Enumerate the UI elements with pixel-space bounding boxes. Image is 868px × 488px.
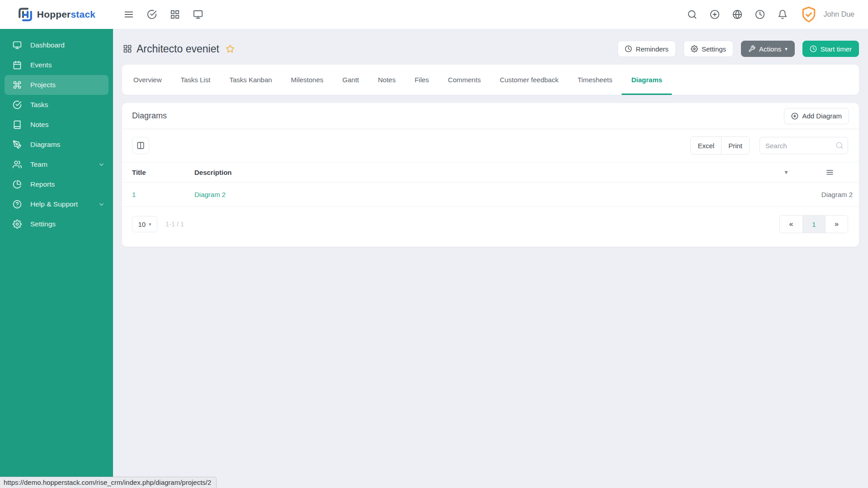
- globe-icon[interactable]: [732, 9, 742, 19]
- clock-icon: [625, 45, 632, 52]
- column-header-actions[interactable]: [800, 168, 859, 177]
- brand-logo[interactable]: Hopperstack: [0, 7, 113, 22]
- sidebar-item-label: Settings: [30, 220, 56, 228]
- column-header-title[interactable]: Title: [122, 169, 194, 176]
- sidebar-item-diagrams[interactable]: Diagrams: [0, 135, 113, 155]
- sidebar-item-label: Dashboard: [30, 41, 65, 49]
- sidebar-item-help-support[interactable]: Help & Support: [0, 194, 113, 214]
- cell-title: 1: [122, 191, 194, 198]
- toggle-columns-button[interactable]: [132, 137, 149, 154]
- chevron-down-icon: [98, 201, 105, 208]
- excel-export-button[interactable]: Excel: [691, 137, 721, 154]
- caret-down-icon: ▾: [149, 222, 151, 227]
- search-icon[interactable]: [687, 9, 697, 19]
- tab-notes[interactable]: Notes: [368, 65, 405, 95]
- export-button-group: Excel Print: [690, 136, 750, 155]
- sidebar-item-reports[interactable]: Reports: [0, 174, 113, 194]
- avatar[interactable]: [800, 6, 817, 23]
- diagrams-panel: Diagrams Add Diagram Excel Print: [122, 103, 859, 247]
- column-header-description[interactable]: Description ▾: [194, 169, 800, 176]
- sidebar-item-events[interactable]: Events: [0, 55, 113, 75]
- search-icon: [835, 141, 844, 150]
- tab-tasks-list[interactable]: Tasks List: [171, 65, 220, 95]
- panel-header: Diagrams Add Diagram: [122, 103, 859, 129]
- next-page-button[interactable]: »: [825, 216, 848, 233]
- sidebar-item-label: Help & Support: [30, 200, 78, 208]
- bell-icon[interactable]: [778, 9, 788, 19]
- sidebar-item-label: Projects: [30, 81, 56, 89]
- prev-page-button[interactable]: «: [780, 216, 802, 233]
- diagrams-table: Title Description ▾ 1 Diagram 2 Diagram …: [122, 162, 859, 207]
- plus-circle-icon: [791, 113, 798, 120]
- brand-name: Hopperstack: [37, 9, 95, 20]
- command-icon: [13, 80, 22, 89]
- sidebar-item-label: Team: [30, 160, 47, 169]
- link-preview-statusbar: https://demo.hopperstack.com/rise_crm/in…: [0, 477, 217, 488]
- reminders-button[interactable]: Reminders: [618, 41, 676, 57]
- pen-tool-icon: [13, 140, 22, 149]
- add-diagram-button[interactable]: Add Diagram: [784, 108, 849, 124]
- book-icon: [13, 120, 22, 129]
- users-icon: [13, 160, 22, 169]
- project-grid-icon: [123, 44, 132, 53]
- tab-diagrams[interactable]: Diagrams: [622, 65, 671, 95]
- sort-caret-icon[interactable]: ▾: [785, 169, 788, 175]
- tab-files[interactable]: Files: [405, 65, 439, 95]
- sidebar-item-label: Reports: [30, 180, 55, 188]
- sidebar-item-projects[interactable]: Projects: [5, 75, 108, 95]
- tab-gantt[interactable]: Gantt: [333, 65, 368, 95]
- pie-chart-icon: [13, 180, 22, 189]
- chevron-down-icon: [98, 161, 105, 168]
- hopperstack-logo-icon: [18, 7, 33, 22]
- grid-icon[interactable]: [170, 9, 180, 19]
- start-timer-button[interactable]: Start timer: [802, 41, 859, 57]
- actions-dropdown-button[interactable]: Actions ▾: [741, 41, 795, 57]
- sidebar-item-settings[interactable]: Settings: [0, 214, 113, 234]
- sidebar-item-team[interactable]: Team: [0, 155, 113, 174]
- search-input[interactable]: [760, 137, 848, 154]
- tab-overview[interactable]: Overview: [124, 65, 171, 95]
- calendar-icon: [13, 61, 22, 70]
- table-header-row: Title Description ▾: [122, 162, 859, 183]
- main-content: Architecto eveniet Reminders Settings Ac…: [113, 29, 868, 488]
- diagram-id-link[interactable]: 1: [132, 191, 136, 198]
- cell-description: Diagram 2: [194, 191, 800, 198]
- sidebar-item-tasks[interactable]: Tasks: [0, 95, 113, 115]
- sidebar-item-label: Events: [30, 61, 52, 69]
- check-circle-icon[interactable]: [147, 9, 157, 19]
- sidebar-item-label: Notes: [30, 121, 49, 129]
- print-button[interactable]: Print: [721, 137, 749, 154]
- settings-button[interactable]: Settings: [684, 41, 733, 57]
- monitor-icon: [13, 41, 22, 50]
- menu-icon[interactable]: [124, 9, 134, 19]
- tab-milestones[interactable]: Milestones: [282, 65, 333, 95]
- cell-diagram-name: Diagram 2: [800, 191, 859, 198]
- tab-customer-feedback[interactable]: Customer feedback: [490, 65, 568, 95]
- favorite-star-icon[interactable]: [226, 44, 235, 53]
- tab-tasks-kanban[interactable]: Tasks Kanban: [220, 65, 281, 95]
- project-tabs: Overview Tasks List Tasks Kanban Milesto…: [122, 65, 859, 95]
- page-title: Architecto eveniet: [137, 43, 219, 55]
- sidebar: Dashboard Events Projects Tasks Notes Di…: [0, 29, 113, 488]
- panel-title: Diagrams: [132, 111, 167, 121]
- clock-icon[interactable]: [755, 9, 765, 19]
- monitor-icon[interactable]: [193, 9, 203, 19]
- sidebar-item-label: Tasks: [30, 101, 48, 109]
- wrench-icon: [748, 45, 755, 52]
- clock-icon: [810, 45, 817, 52]
- user-name[interactable]: John Due: [824, 10, 855, 19]
- page-1-button[interactable]: 1: [802, 216, 825, 233]
- page-size-select[interactable]: 10 ▾: [132, 216, 157, 232]
- tab-comments[interactable]: Comments: [439, 65, 491, 95]
- caret-down-icon: ▾: [785, 47, 788, 52]
- plus-circle-icon[interactable]: [710, 9, 720, 19]
- columns-icon: [137, 141, 145, 150]
- table-search: [760, 137, 848, 154]
- tab-timesheets[interactable]: Timesheets: [568, 65, 622, 95]
- check-circle-icon: [13, 100, 22, 109]
- sidebar-item-dashboard[interactable]: Dashboard: [0, 35, 113, 55]
- sidebar-item-notes[interactable]: Notes: [0, 115, 113, 135]
- list-icon: [826, 168, 834, 177]
- diagram-description-link[interactable]: Diagram 2: [194, 191, 226, 198]
- pagination-range-label: 1-1 / 1: [165, 221, 184, 228]
